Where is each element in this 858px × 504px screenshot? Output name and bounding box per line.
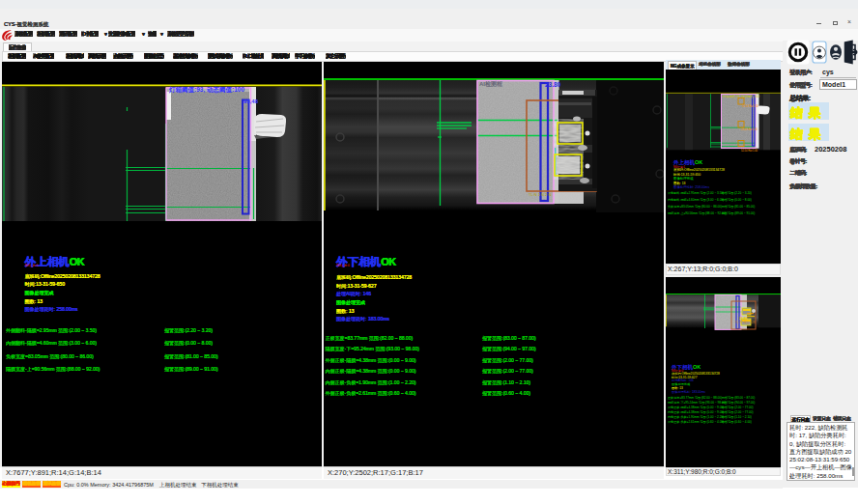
svg-text:93,48: 93,48	[243, 98, 259, 104]
svg-text:23.80: 23.80	[545, 81, 561, 88]
svg-text:23.48 Rat:1.00: 23.48 Rat:1.00	[741, 127, 758, 131]
svg-text:灯箱阈值:93, 动态阈值:100: 灯箱阈值:93, 动态阈值:100	[723, 95, 759, 98]
svg-text:TL:70 阈值:128: TL:70 阈值:128	[735, 321, 756, 324]
svg-text:TL:N 1:N 2:N: TL:N 1:N 2:N	[529, 192, 551, 197]
svg-text:灯箱阈值:93, 动态阈值:100: 灯箱阈值:93, 动态阈值:100	[168, 86, 244, 94]
svg-text:52.54 Rat:1.00: 52.54 Rat:1.00	[742, 104, 759, 108]
svg-text:52.54 Rat:1.00: 52.54 Rat:1.00	[741, 149, 758, 153]
svg-text:AI检测框: AI检测框	[479, 80, 502, 88]
